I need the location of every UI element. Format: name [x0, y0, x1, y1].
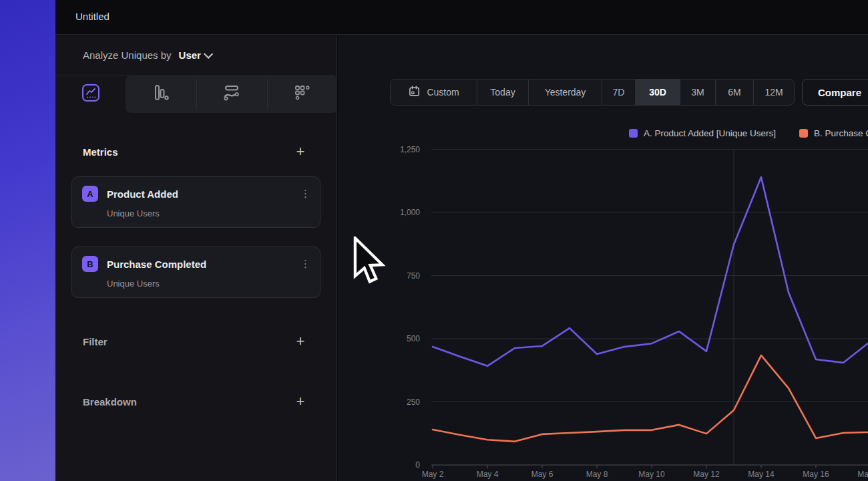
metrics-section-title: Metrics: [83, 146, 118, 158]
metric-badge: B: [82, 256, 98, 272]
analyze-by-dropdown[interactable]: User: [179, 49, 210, 61]
x-axis-tick-label: May 4: [469, 470, 506, 479]
more-options-icon[interactable]: ⋮: [300, 262, 310, 266]
chevron-down-icon: [204, 49, 213, 58]
x-axis-tick-label: May 8: [578, 470, 616, 479]
metric-card[interactable]: A Product Added ⋮ Unique Users: [71, 176, 320, 228]
tab-funnels[interactable]: [126, 75, 196, 113]
y-axis-tick-label: 500: [338, 334, 420, 343]
x-axis-tick-label: May 2: [414, 470, 451, 479]
add-metric-button[interactable]: +: [293, 145, 308, 160]
metric-name: Purchase Completed: [107, 259, 300, 270]
y-axis-tick-label: 1,250: [338, 145, 420, 154]
metric-card[interactable]: B Purchase Completed ⋮ Unique Users: [71, 247, 320, 298]
x-axis-tick-label: May 6: [523, 470, 561, 479]
breakdown-section-title: Breakdown: [83, 396, 137, 408]
y-axis-tick-label: 250: [338, 397, 420, 407]
plus-icon: +: [296, 333, 305, 349]
filter-section-title: Filter: [83, 336, 107, 347]
line-chart[interactable]: [338, 35, 868, 481]
metric-subtitle: Unique Users: [107, 279, 310, 289]
tab-insights[interactable]: [55, 75, 126, 113]
chart-type-tabs: [55, 75, 337, 113]
add-filter-button[interactable]: +: [293, 335, 308, 349]
x-axis-tick-label: May 12: [688, 470, 725, 479]
retention-grid-icon: [293, 84, 312, 105]
app-window: Untitled Analyze Uniques by User: [0, 0, 868, 481]
plus-icon: +: [296, 143, 305, 160]
y-axis-tick-label: 0: [338, 460, 420, 470]
metric-subtitle: Unique Users: [107, 208, 310, 218]
bar-chart-icon: [152, 84, 170, 105]
analyze-prefix-label: Analyze Uniques by: [83, 49, 172, 61]
plus-icon: +: [296, 393, 305, 410]
tab-retention[interactable]: [267, 75, 337, 113]
flows-icon: [222, 84, 242, 105]
brand-gradient-strip: [0, 0, 55, 481]
analyze-by-value: User: [179, 49, 201, 61]
top-bar: Untitled: [55, 0, 868, 35]
tab-flows[interactable]: [196, 75, 266, 113]
x-axis-tick-label: May 10: [633, 470, 670, 479]
analyze-header-row: Analyze Uniques by User: [55, 35, 337, 75]
x-axis-tick-label: May 18: [852, 470, 868, 479]
line-chart-icon: [81, 84, 100, 105]
add-breakdown-button[interactable]: +: [293, 395, 308, 410]
x-axis-tick-label: May 14: [742, 470, 780, 479]
series-line: [433, 177, 868, 366]
metric-name: Product Added: [107, 188, 300, 200]
y-axis-tick-label: 750: [338, 271, 420, 281]
more-options-icon[interactable]: ⋮: [300, 192, 310, 196]
y-axis-tick-label: 1,000: [338, 208, 420, 217]
document-title: Untitled: [75, 11, 110, 22]
metric-badge: A: [82, 186, 98, 202]
chart-panel: Custom Today Yesterday 7D 30D 3M 6M 12M …: [338, 35, 868, 481]
x-axis-tick-label: May 16: [797, 470, 835, 479]
series-line: [433, 355, 868, 442]
query-builder-panel: Analyze Uniques by User: [55, 35, 337, 481]
